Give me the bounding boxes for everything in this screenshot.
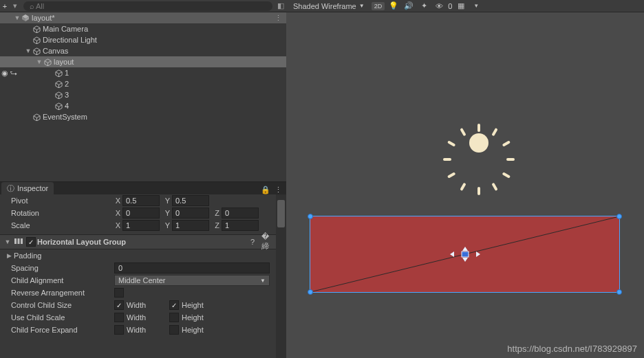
control-child-size-row: Control Child Size ✓Width ✓Height — [0, 299, 286, 311]
hierarchy-item[interactable]: 1 — [0, 67, 286, 78]
scale-y-input[interactable] — [172, 220, 209, 231]
rect-move-gizmo[interactable] — [450, 247, 480, 262]
inspector-scrollbar[interactable] — [276, 194, 286, 358]
hierarchy-scene-icon[interactable]: ◧ — [275, 1, 286, 10]
preset-icon[interactable]: �締 — [260, 232, 270, 251]
foldout-icon[interactable] — [6, 252, 12, 259]
scale-z-input[interactable] — [222, 220, 259, 231]
svg-line-8 — [33, 38, 36, 41]
svg-rect-41 — [21, 238, 23, 244]
svg-marker-44 — [476, 251, 480, 257]
spacing-input[interactable]: 0 — [114, 262, 270, 273]
foldout-icon[interactable] — [4, 238, 11, 245]
foldout-icon[interactable] — [14, 14, 21, 21]
help-icon[interactable]: ? — [248, 238, 257, 246]
foldout-icon[interactable] — [36, 58, 43, 65]
hierarchy-search-input[interactable] — [36, 2, 268, 10]
toggle-2d-button[interactable]: 2D — [372, 2, 385, 10]
foldout-icon[interactable] — [25, 47, 32, 54]
fx-icon[interactable]: ✦ — [418, 1, 430, 10]
control-height-checkbox[interactable]: ✓ — [169, 300, 179, 310]
rect-handle-tr[interactable] — [616, 214, 622, 219]
hierarchy-item[interactable]: 2 — [0, 78, 286, 89]
lock-icon[interactable]: 🔒 — [261, 186, 270, 194]
component-header[interactable]: ✓ Horizontal Layout Group ? �締 ⋮ — [0, 234, 286, 249]
hierarchy-search[interactable]: ⌕ — [23, 1, 272, 11]
gameobject-icon — [32, 47, 41, 55]
svg-line-29 — [58, 93, 62, 96]
hierarchy-item-label: Canvas — [41, 47, 68, 55]
reverse-arrangement-row: Reverse Arrangement — [0, 287, 286, 299]
svg-line-17 — [47, 60, 51, 63]
gameobject-icon — [54, 80, 63, 88]
use-scale-height-checkbox[interactable] — [169, 313, 179, 322]
grid-icon[interactable]: ▦ — [455, 1, 467, 10]
rotation-row: Rotation X Y Z — [0, 207, 286, 219]
hierarchy-item[interactable]: Canvas — [0, 45, 286, 56]
rotation-x-input[interactable] — [122, 208, 160, 219]
svg-rect-47 — [462, 251, 469, 257]
svg-line-21 — [58, 71, 62, 74]
use-scale-width-checkbox[interactable] — [114, 313, 124, 322]
rect-handle-tl[interactable] — [308, 214, 313, 219]
hierarchy-item[interactable]: EventSystem — [0, 111, 286, 122]
unity-scene-icon — [21, 14, 30, 22]
svg-line-13 — [36, 49, 40, 52]
hierarchy-toolbar: + ▾ ⌕ ◧ — [0, 0, 286, 12]
scale-x-input[interactable] — [122, 220, 160, 231]
force-expand-width-checkbox[interactable] — [114, 325, 124, 335]
create-dropdown-caret[interactable]: ▾ — [10, 1, 21, 10]
inspector-menu-icon[interactable]: ⋮ — [275, 186, 282, 194]
hierarchy-item-label: 4 — [63, 102, 69, 110]
hierarchy-item[interactable]: Directional Light — [0, 34, 286, 45]
reverse-arrangement-checkbox[interactable] — [114, 288, 124, 298]
lighting-icon[interactable]: 💡 — [387, 1, 400, 10]
scrollbar-thumb[interactable] — [277, 200, 285, 227]
pivot-y-input[interactable] — [172, 195, 209, 206]
padding-row[interactable]: Padding — [0, 249, 286, 262]
audio-icon[interactable]: 🔊 — [402, 1, 415, 10]
create-dropdown[interactable]: + — [0, 2, 10, 10]
scene-view[interactable]: https://blog.csdn.net/I783929897 — [286, 12, 644, 358]
directional-light-gizmo[interactable] — [458, 122, 500, 164]
pivot-x-input[interactable] — [122, 195, 160, 206]
component-title: Horizontal Layout Group — [37, 238, 245, 246]
chevron-down-icon[interactable]: ▼ — [470, 3, 482, 9]
chevron-down-icon: ▼ — [359, 3, 365, 9]
svg-line-5 — [36, 27, 40, 30]
child-alignment-select[interactable]: Middle Center ▼ — [114, 275, 270, 286]
hierarchy-item[interactable]: 4 — [0, 100, 286, 111]
force-expand-height-checkbox[interactable] — [169, 325, 179, 335]
scale-label: Scale — [11, 221, 114, 230]
rotation-z-input[interactable] — [222, 208, 259, 219]
rotation-y-input[interactable] — [172, 208, 209, 219]
shading-mode-dropdown[interactable]: Shaded Wireframe ▼ — [289, 1, 369, 12]
rect-handle-bl[interactable] — [308, 289, 313, 295]
control-width-checkbox[interactable]: ✓ — [114, 300, 124, 310]
gameobject-icon — [32, 113, 41, 121]
svg-line-36 — [33, 115, 36, 118]
svg-line-12 — [33, 49, 36, 52]
hidden-objects-icon[interactable]: 👁 — [433, 2, 445, 10]
use-child-scale-row: Use Child Scale Width Height — [0, 311, 286, 324]
use-child-scale-label: Use Child Scale — [11, 313, 114, 322]
component-enable-checkbox[interactable]: ✓ — [26, 237, 36, 247]
visibility-icon[interactable]: ◉ — [1, 69, 8, 78]
rect-handle-br[interactable] — [616, 289, 622, 295]
hierarchy-panel: layout* ⋮ Main CameraDirectional LightCa… — [0, 12, 286, 181]
hidden-count: 0 — [448, 2, 452, 10]
scene-row[interactable]: layout* ⋮ — [0, 12, 286, 23]
scene-menu-button[interactable]: ⋮ — [275, 14, 282, 23]
visibility-pickability-icons[interactable]: ◉ ⮑ — [1, 69, 17, 78]
selected-rect[interactable] — [310, 216, 620, 293]
control-child-size-label: Control Child Size — [11, 301, 114, 309]
pickability-icon[interactable]: ⮑ — [10, 69, 17, 78]
inspector-tab-label: Inspector — [17, 184, 48, 192]
hierarchy-item[interactable]: Main Camera — [0, 23, 286, 34]
hierarchy-item[interactable]: layout — [0, 56, 286, 67]
svg-marker-46 — [462, 258, 468, 262]
hierarchy-item[interactable]: 3 — [0, 89, 286, 100]
svg-rect-40 — [18, 238, 20, 244]
inspector-tab[interactable]: ⓘ Inspector — [1, 182, 54, 194]
hierarchy-item-label: 3 — [63, 91, 69, 99]
